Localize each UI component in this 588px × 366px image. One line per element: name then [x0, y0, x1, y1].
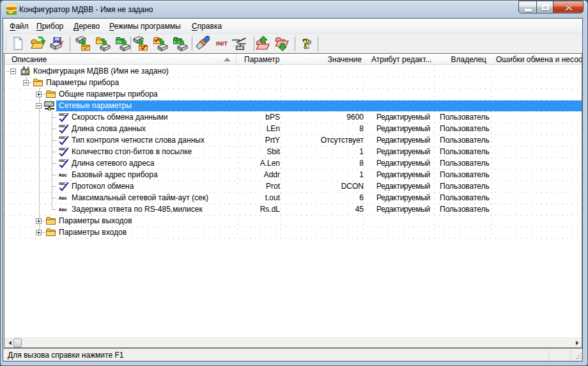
svg-text:ABC: ABC	[59, 136, 66, 139]
svg-text:Aвс: Aвс	[59, 195, 67, 201]
svg-text:ABC: ABC	[59, 147, 66, 151]
svg-text:ABC: ABC	[59, 159, 66, 163]
svg-text:Aвс: Aвс	[59, 172, 67, 178]
svg-text:МДВВ: МДВВ	[6, 6, 17, 10]
svg-text:ABC: ABC	[59, 113, 66, 116]
svg-text:?: ?	[302, 36, 310, 51]
svg-text:Aвс: Aвс	[59, 207, 67, 212]
svg-text:ABC: ABC	[59, 124, 66, 128]
svg-text:INIT: INIT	[216, 40, 228, 47]
svg-text:ABC: ABC	[59, 182, 66, 186]
